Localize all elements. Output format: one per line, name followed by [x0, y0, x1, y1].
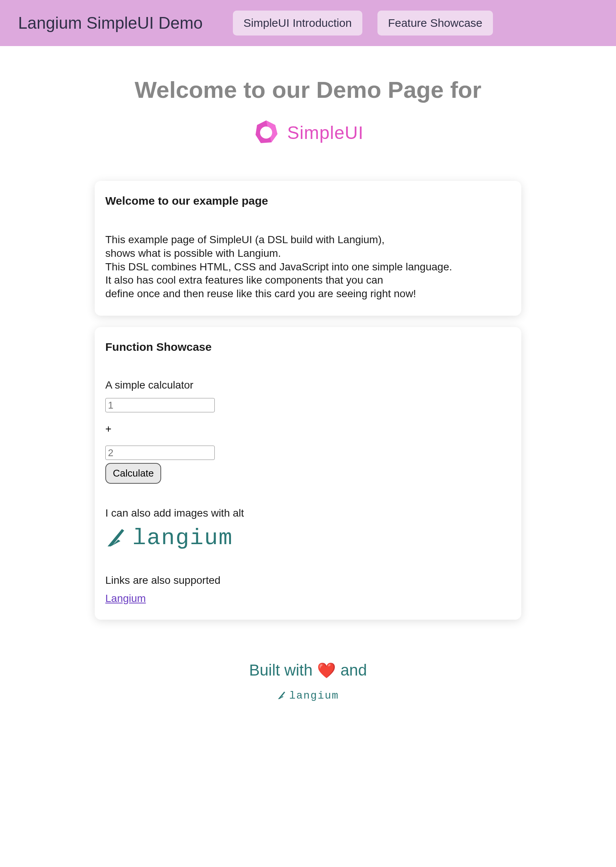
- langium-link[interactable]: Langium: [105, 592, 146, 604]
- card-function-showcase: Function Showcase A simple calculator + …: [95, 327, 521, 620]
- footer: Built with ❤️ and langium: [0, 646, 616, 724]
- heart-icon: ❤️: [317, 662, 336, 679]
- footer-and: and: [341, 661, 367, 679]
- simpleui-logo: SimpleUI: [95, 118, 521, 147]
- footer-feather-icon: [277, 690, 286, 702]
- images-section-text: I can also add images with alt: [105, 507, 511, 519]
- footer-built-with: Built with: [249, 661, 313, 679]
- calculate-button[interactable]: Calculate: [105, 463, 161, 484]
- card-showcase-title: Function Showcase: [105, 341, 511, 354]
- footer-langium-logo: langium: [0, 690, 616, 702]
- links-section-text: Links are also supported: [105, 574, 511, 587]
- tab-feature-showcase[interactable]: Feature Showcase: [377, 11, 493, 36]
- footer-logo-text: langium: [289, 690, 339, 702]
- topbar: Langium SimpleUI Demo SimpleUI Introduct…: [0, 0, 616, 46]
- simpleui-logo-text: SimpleUI: [287, 122, 364, 143]
- card-welcome: Welcome to our example page This example…: [95, 181, 521, 316]
- calculator-input-1[interactable]: [105, 398, 215, 412]
- tab-simpleui-introduction[interactable]: SimpleUI Introduction: [233, 11, 362, 36]
- calculator-label: A simple calculator: [105, 379, 511, 391]
- langium-logo: langium: [105, 525, 511, 551]
- app-title: Langium SimpleUI Demo: [18, 14, 203, 33]
- calculator-input-2[interactable]: [105, 445, 215, 460]
- langium-logo-text: langium: [132, 525, 233, 551]
- svg-point-2: [260, 126, 272, 138]
- plus-sign: +: [105, 423, 511, 435]
- hero-title: Welcome to our Demo Page for: [95, 76, 521, 103]
- langium-feather-icon: [105, 526, 126, 550]
- main-content: Welcome to our Demo Page for SimpleUI We…: [95, 46, 521, 646]
- footer-text: Built with ❤️ and: [249, 661, 367, 679]
- card-welcome-title: Welcome to our example page: [105, 195, 511, 207]
- card-welcome-body: This example page of SimpleUI (a DSL bui…: [105, 233, 511, 301]
- simpleui-logo-icon: [253, 118, 280, 147]
